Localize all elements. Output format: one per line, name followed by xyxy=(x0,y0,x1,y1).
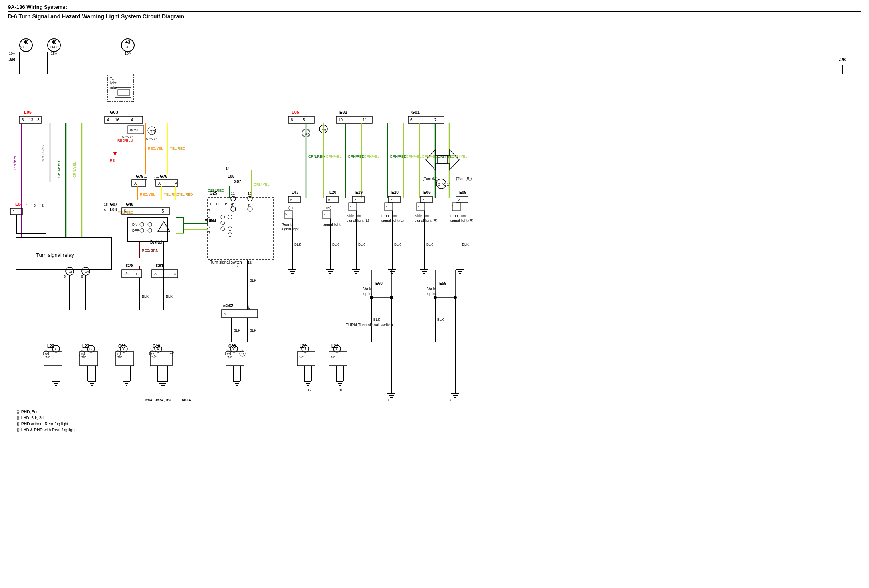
svg-text:E: E xyxy=(136,272,138,276)
svg-text:PPL/RED: PPL/RED xyxy=(13,154,17,170)
svg-text:E60: E60 xyxy=(375,281,383,286)
svg-text:17: 17 xyxy=(227,353,230,356)
svg-text:BLK: BLK xyxy=(250,278,256,282)
diagram-title: D-6 Turn Signal and Hazard Warning Light… xyxy=(8,13,861,20)
svg-text:GRN/YEL: GRN/YEL xyxy=(452,155,468,159)
svg-text:E20: E20 xyxy=(391,190,399,195)
svg-point-126 xyxy=(228,215,232,219)
svg-text:Front turn: Front turn xyxy=(450,214,466,218)
svg-text:E19: E19 xyxy=(355,190,363,195)
svg-text:11: 11 xyxy=(241,353,244,356)
svg-text:BLK: BLK xyxy=(358,242,365,246)
svg-text:14: 14 xyxy=(226,167,230,171)
svg-text:(Turn (L)): (Turn (L)) xyxy=(423,177,438,181)
svg-text:Side turn: Side turn xyxy=(415,214,429,218)
svg-text:G07: G07 xyxy=(234,179,241,184)
svg-text:splice: splice xyxy=(427,292,438,296)
svg-point-107 xyxy=(140,228,144,232)
svg-text:11: 11 xyxy=(363,118,367,122)
svg-text:4: 4 xyxy=(107,118,109,122)
svg-marker-47 xyxy=(113,152,117,156)
svg-text:Weld: Weld xyxy=(363,287,373,291)
page-container: 9A-136 Wiring Systems: D-6 Turn Signal a… xyxy=(0,0,869,588)
svg-text:light: light xyxy=(110,81,117,85)
svg-text:12: 12 xyxy=(248,260,252,264)
svg-text:Ⓐ RHD, 5dr
      Ⓑ LHD, 5dr, 3: Ⓐ RHD, 5dr Ⓑ LHD, 5dr, 3dr Ⓒ RHD without… xyxy=(16,410,76,432)
svg-text:8: 8 xyxy=(104,208,106,212)
svg-text:(R): (R) xyxy=(326,206,331,210)
svg-text:Rear turn: Rear turn xyxy=(282,222,297,226)
svg-text:GRN/YEL: GRN/YEL xyxy=(73,162,77,178)
svg-point-106 xyxy=(148,222,152,226)
svg-text:2: 2 xyxy=(354,198,356,202)
svg-rect-75 xyxy=(10,208,22,215)
svg-text:A: A xyxy=(224,312,226,316)
svg-text:GRN/YEL: GRN/YEL xyxy=(364,155,380,159)
svg-text:E06: E06 xyxy=(423,190,431,195)
svg-text:⊙ "A-8": ⊙ "A-8" xyxy=(146,137,157,141)
svg-text:G78: G78 xyxy=(126,264,133,268)
svg-marker-282 xyxy=(426,150,447,170)
svg-text:BLK: BLK xyxy=(426,242,433,246)
svg-text:Turn signal relay: Turn signal relay xyxy=(36,252,74,258)
svg-text:2: 2 xyxy=(458,198,460,202)
svg-text:6: 6 xyxy=(290,198,292,202)
svg-text:G03: G03 xyxy=(110,110,118,115)
svg-text:G48: G48 xyxy=(126,202,133,207)
svg-point-128 xyxy=(221,227,225,231)
svg-text:L05: L05 xyxy=(292,110,299,115)
svg-point-138 xyxy=(231,207,236,211)
svg-text:A: A xyxy=(175,181,177,185)
svg-text:18: 18 xyxy=(45,353,48,356)
svg-text:METER: METER xyxy=(20,45,32,49)
svg-point-108 xyxy=(148,228,152,232)
svg-text:BLK: BLK xyxy=(462,242,469,246)
svg-text:J/C: J/C xyxy=(81,356,86,359)
svg-text:GRN/RED: GRN/RED xyxy=(348,155,365,159)
svg-text:Weld: Weld xyxy=(427,287,436,291)
svg-text:BLK: BLK xyxy=(223,304,230,308)
svg-text:A: A xyxy=(54,347,57,351)
svg-rect-261 xyxy=(408,116,444,123)
svg-text:(Turn (R)): (Turn (R)) xyxy=(456,177,472,181)
svg-text:T: T xyxy=(210,202,212,206)
svg-text:2: 2 xyxy=(390,198,392,202)
svg-text:Switch: Switch xyxy=(150,240,164,244)
svg-text:10A: 10A xyxy=(9,52,15,56)
svg-text:TB: TB xyxy=(223,202,228,206)
svg-text:BLK: BLK xyxy=(234,328,240,332)
svg-text:J/B: J/B xyxy=(8,57,15,62)
svg-text:⊙ "C-1": ⊙ "C-1" xyxy=(438,183,450,187)
svg-text:BLK: BLK xyxy=(250,328,256,332)
svg-text:19: 19 xyxy=(81,353,84,356)
svg-text:J/C: J/C xyxy=(46,356,50,359)
svg-text:BLK: BLK xyxy=(142,294,149,298)
svg-text:16: 16 xyxy=(115,118,120,122)
svg-text:8: 8 xyxy=(387,398,389,402)
svg-text:⊙ "A-8": ⊙ "A-8" xyxy=(122,135,133,139)
svg-text:8: 8 xyxy=(291,118,293,122)
svg-text:A: A xyxy=(154,272,157,276)
svg-text:J/C: J/C xyxy=(228,356,232,359)
svg-text:N: N xyxy=(208,224,210,228)
svg-text:E59: E59 xyxy=(439,281,446,286)
svg-text:L08: L08 xyxy=(110,207,117,212)
svg-point-134 xyxy=(231,196,236,201)
svg-text:6: 6 xyxy=(124,209,126,213)
svg-point-130 xyxy=(228,233,232,237)
header-section: 9A-136 Wiring Systems: xyxy=(8,4,861,12)
svg-text:BCM: BCM xyxy=(130,128,138,132)
svg-text:YEL/RED: YEL/RED xyxy=(178,193,193,197)
svg-text:7: 7 xyxy=(434,118,437,122)
svg-text:15: 15 xyxy=(104,203,108,207)
svg-text:signal light: signal light xyxy=(282,227,299,231)
svg-text:40: 40 xyxy=(24,40,28,44)
svg-text:2: 2 xyxy=(422,198,424,202)
svg-text:J20A, H27A, DSL: J20A, H27A, DSL xyxy=(144,398,173,402)
svg-text:E82: E82 xyxy=(339,110,347,115)
svg-text:6: 6 xyxy=(22,118,24,122)
svg-text:L: L xyxy=(208,215,210,219)
svg-text:4: 4 xyxy=(26,203,28,207)
svg-text:OFF: OFF xyxy=(132,228,139,232)
svg-text:ON: ON xyxy=(132,222,137,226)
